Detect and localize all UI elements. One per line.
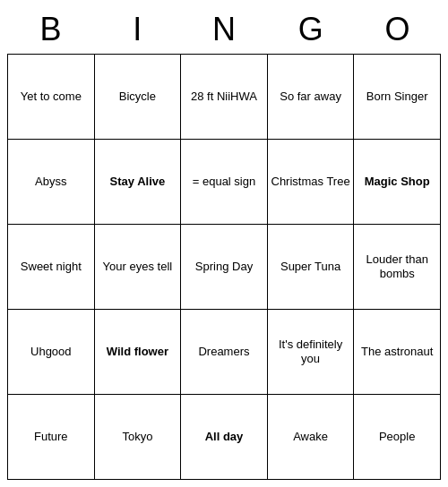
bingo-title: B I N G O (7, 7, 441, 54)
grid-cell-r2-c1: Your eyes tell (94, 225, 181, 310)
grid-cell-r2-c2: Spring Day (181, 225, 268, 310)
grid-cell-r3-c4: The astronaut (354, 310, 441, 395)
grid-cell-r4-c3: Awake (267, 395, 354, 480)
grid-cell-r0-c4: Born Singer (354, 55, 441, 140)
letter-i: I (94, 11, 181, 48)
grid-cell-r2-c3: Super Tuna (267, 225, 354, 310)
grid-cell-r1-c1: Stay Alive (94, 140, 181, 225)
grid-cell-r0-c2: 28 ft NiiHWA (181, 55, 268, 140)
grid-cell-r2-c4: Louder than bombs (354, 225, 441, 310)
grid-cell-r4-c0: Future (8, 395, 95, 480)
grid-cell-r1-c3: Christmas Tree (267, 140, 354, 225)
grid-cell-r3-c0: Uhgood (8, 310, 95, 395)
letter-g: G (267, 11, 354, 48)
grid-cell-r4-c1: Tokyo (94, 395, 181, 480)
grid-cell-r3-c2: Dreamers (181, 310, 268, 395)
grid-cell-r1-c4: Magic Shop (354, 140, 441, 225)
letter-n: N (181, 11, 268, 48)
grid-cell-r2-c0: Sweet night (8, 225, 95, 310)
grid-cell-r0-c3: So far away (267, 55, 354, 140)
letter-b: B (7, 11, 94, 48)
grid-cell-r3-c1: Wild flower (94, 310, 181, 395)
bingo-grid: Yet to comeBicycle28 ft NiiHWASo far awa… (7, 54, 441, 480)
grid-cell-r0-c0: Yet to come (8, 55, 95, 140)
grid-cell-r1-c2: = equal sign (181, 140, 268, 225)
grid-cell-r0-c1: Bicycle (94, 55, 181, 140)
grid-cell-r4-c2: All day (181, 395, 268, 480)
grid-cell-r1-c0: Abyss (8, 140, 95, 225)
grid-cell-r4-c4: People (354, 395, 441, 480)
letter-o: O (354, 11, 441, 48)
grid-cell-r3-c3: It's definitely you (267, 310, 354, 395)
